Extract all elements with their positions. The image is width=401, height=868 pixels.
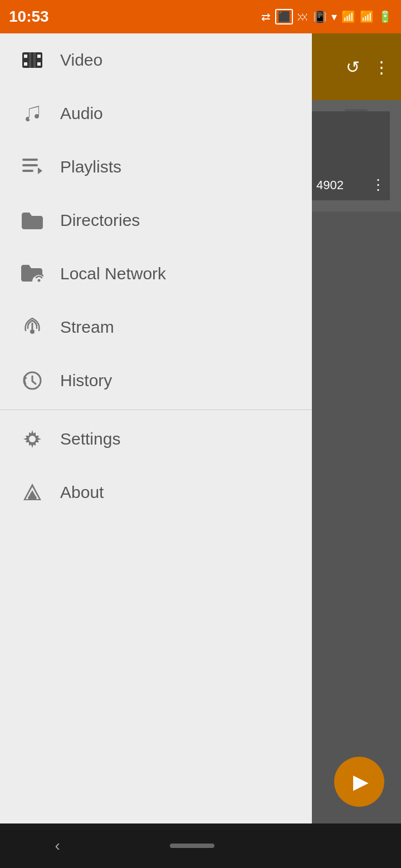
svg-rect-2 xyxy=(37,55,41,58)
sidebar-item-history[interactable]: History xyxy=(0,354,312,407)
vibrate-icon: 📳 xyxy=(313,10,327,23)
svg-rect-7 xyxy=(22,159,38,161)
video-number: 4902 xyxy=(316,178,344,193)
data-icon: ▾ xyxy=(331,10,337,23)
sidebar-item-directories[interactable]: Directories xyxy=(0,194,312,247)
sidebar-item-video-label: Video xyxy=(60,51,102,70)
sidebar-item-audio[interactable]: Audio xyxy=(0,87,312,140)
fab-play-button[interactable]: ▶ xyxy=(334,757,384,807)
sidebar-item-local-network-label: Local Network xyxy=(60,264,166,283)
stream-icon xyxy=(16,317,49,337)
navigation-drawer: Video Audio Playlists Directorie xyxy=(0,33,312,823)
svg-marker-10 xyxy=(38,167,42,174)
svg-rect-1 xyxy=(24,55,27,58)
back-button[interactable]: ‹ xyxy=(55,837,60,855)
film-icon xyxy=(16,50,49,70)
sidebar-item-audio-label: Audio xyxy=(60,104,103,123)
signal-icon: 📶 xyxy=(360,10,374,23)
music-icon xyxy=(16,103,49,124)
history-icon xyxy=(16,371,49,391)
sidebar-item-settings[interactable]: Settings xyxy=(0,412,312,466)
sidebar-item-history-label: History xyxy=(60,371,112,390)
drawer-divider xyxy=(0,410,312,410)
sidebar-item-about[interactable]: About xyxy=(0,466,312,519)
video-options-icon: ⋮ xyxy=(371,176,385,194)
svg-rect-5 xyxy=(29,52,31,68)
sidebar-item-video[interactable]: Video xyxy=(0,33,312,87)
sidebar-item-stream[interactable]: Stream xyxy=(0,300,312,354)
status-bar: 10:53 ⇄ ⬛ ⯵ 📳 ▾ 📶 📶 🔋 xyxy=(0,0,401,33)
folder-icon xyxy=(16,211,49,229)
network-folder-icon xyxy=(16,264,49,284)
vlc-icon xyxy=(16,482,49,502)
home-indicator[interactable] xyxy=(170,844,214,848)
sidebar-item-playlists[interactable]: Playlists xyxy=(0,140,312,194)
battery-icon: 🔋 xyxy=(378,10,392,23)
play-icon: ▶ xyxy=(353,770,369,793)
status-time: 10:53 xyxy=(9,8,49,26)
nav-bar: ‹ xyxy=(0,823,401,868)
settings-icon xyxy=(16,429,49,449)
history-header-icon: ↺ xyxy=(346,57,360,77)
sidebar-item-stream-label: Stream xyxy=(60,318,114,337)
svg-rect-8 xyxy=(22,164,38,166)
svg-rect-3 xyxy=(24,62,27,66)
svg-point-21 xyxy=(28,496,37,500)
sidebar-item-playlists-label: Playlists xyxy=(60,157,121,176)
sync-icon: ⇄ xyxy=(261,10,271,23)
svg-rect-9 xyxy=(22,170,33,172)
svg-rect-4 xyxy=(37,62,41,66)
sidebar-item-directories-label: Directories xyxy=(60,211,140,230)
bluetooth-icon: ⯵ xyxy=(297,11,309,23)
status-icons: ⇄ ⬛ ⯵ 📳 ▾ 📶 📶 🔋 xyxy=(261,9,392,24)
svg-point-17 xyxy=(29,436,36,442)
more-options-icon: ⋮ xyxy=(373,57,390,77)
video-thumbnail: 4902 ⋮ xyxy=(312,111,390,200)
screenshot-icon: ⬛ xyxy=(275,9,293,24)
svg-point-11 xyxy=(38,279,41,282)
playlist-icon xyxy=(16,159,49,175)
sidebar-item-about-label: About xyxy=(60,483,104,502)
sidebar-item-settings-label: Settings xyxy=(60,430,120,448)
svg-point-12 xyxy=(30,329,35,334)
wifi-icon: 📶 xyxy=(341,10,355,23)
sidebar-item-local-network[interactable]: Local Network xyxy=(0,247,312,300)
svg-rect-6 xyxy=(33,52,36,68)
